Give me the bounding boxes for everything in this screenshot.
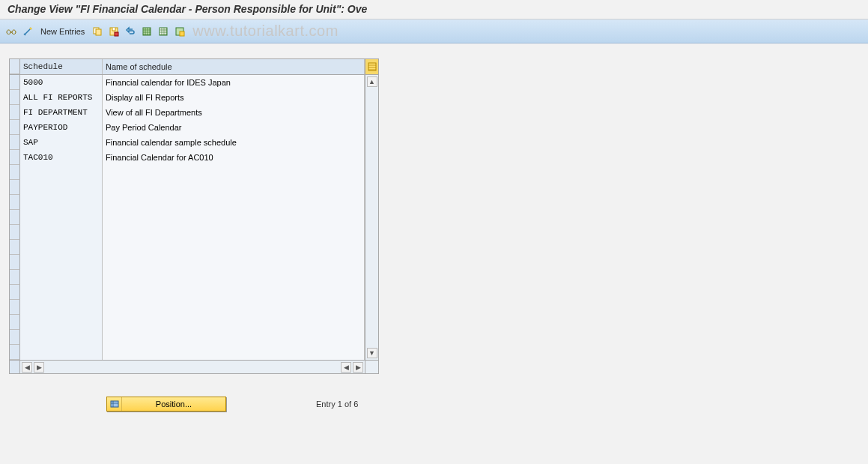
cell-schedule[interactable]: ALL FI REPORTS: [20, 90, 103, 105]
cell-name[interactable]: [103, 315, 365, 330]
table-row-empty[interactable]: [10, 315, 365, 330]
scroll-left-start-icon[interactable]: ◀: [22, 362, 32, 373]
table-row-empty[interactable]: [10, 330, 365, 345]
copy-icon[interactable]: [91, 25, 104, 38]
table-row[interactable]: SAPFinancial calendar sample schedule: [10, 135, 365, 150]
cell-name[interactable]: Display all FI Reports: [103, 90, 365, 105]
cell-schedule[interactable]: [20, 300, 103, 315]
svg-rect-10: [111, 401, 118, 407]
hscroll-track[interactable]: ◀ ▶ ◀ ▶: [20, 362, 365, 373]
row-selector[interactable]: [10, 240, 20, 255]
row-selector[interactable]: [10, 270, 20, 285]
table-row-empty[interactable]: [10, 300, 365, 315]
row-selector[interactable]: [10, 345, 20, 360]
scroll-up-icon[interactable]: ▲: [367, 76, 377, 87]
table-row-empty[interactable]: [10, 195, 365, 210]
row-selector[interactable]: [10, 315, 20, 330]
row-selector[interactable]: [10, 135, 20, 150]
cell-name[interactable]: [103, 165, 365, 180]
cell-name[interactable]: [103, 285, 365, 300]
cell-name[interactable]: [103, 210, 365, 225]
row-selector[interactable]: [10, 300, 20, 315]
row-selector[interactable]: [10, 285, 20, 300]
table-row-empty[interactable]: [10, 270, 365, 285]
cell-name[interactable]: [103, 180, 365, 195]
cell-name[interactable]: [103, 270, 365, 285]
table-row[interactable]: TAC010Financial Calendar for AC010: [10, 150, 365, 165]
horizontal-scrollbar[interactable]: ◀ ▶ ◀ ▶: [10, 360, 378, 373]
save-variant-icon[interactable]: [107, 25, 121, 38]
table-row-empty[interactable]: [10, 285, 365, 300]
cell-name[interactable]: Pay Period Calendar: [103, 120, 365, 135]
select-columns-icon[interactable]: [365, 59, 378, 74]
cell-schedule[interactable]: 5000: [20, 75, 103, 90]
cell-schedule[interactable]: [20, 345, 103, 360]
vertical-scrollbar[interactable]: ▲ ▼: [365, 75, 378, 360]
position-button[interactable]: Position...: [106, 397, 226, 412]
cell-name[interactable]: [103, 345, 365, 360]
cell-schedule[interactable]: SAP: [20, 135, 103, 150]
table-row-empty[interactable]: [10, 165, 365, 180]
table-row-empty[interactable]: [10, 225, 365, 240]
cell-schedule[interactable]: [20, 180, 103, 195]
cell-schedule[interactable]: [20, 165, 103, 180]
table-row[interactable]: 5000Financial calendar for IDES Japan: [10, 75, 365, 90]
cell-schedule[interactable]: [20, 330, 103, 345]
table-row-empty[interactable]: [10, 345, 365, 360]
new-entries-button[interactable]: New Entries: [37, 27, 88, 36]
cell-name[interactable]: [103, 255, 365, 270]
cell-name[interactable]: [103, 195, 365, 210]
row-selector[interactable]: [10, 255, 20, 270]
cell-schedule[interactable]: [20, 210, 103, 225]
row-selector[interactable]: [10, 105, 20, 120]
deselect-all-icon[interactable]: [157, 25, 170, 38]
row-selector[interactable]: [10, 90, 20, 105]
cell-schedule[interactable]: [20, 195, 103, 210]
table-row[interactable]: PAYPERIODPay Period Calendar: [10, 120, 365, 135]
scroll-right-icon[interactable]: ◀: [341, 362, 351, 373]
cell-schedule[interactable]: [20, 255, 103, 270]
row-selector[interactable]: [10, 180, 20, 195]
scroll-right-end-icon[interactable]: ▶: [353, 362, 363, 373]
scroll-down-icon[interactable]: ▼: [367, 348, 377, 358]
cell-name[interactable]: View of all FI Departments: [103, 105, 365, 120]
header-row-selector[interactable]: [10, 59, 20, 74]
row-selector[interactable]: [10, 195, 20, 210]
cell-schedule[interactable]: PAYPERIOD: [20, 120, 103, 135]
cell-name[interactable]: [103, 240, 365, 255]
table-row-empty[interactable]: [10, 255, 365, 270]
row-selector[interactable]: [10, 165, 20, 180]
cell-schedule[interactable]: TAC010: [20, 150, 103, 165]
table-row-empty[interactable]: [10, 210, 365, 225]
cell-name[interactable]: Financial calendar for IDES Japan: [103, 75, 365, 90]
column-header-name[interactable]: Name of schedule: [103, 59, 365, 74]
cell-name[interactable]: [103, 330, 365, 345]
configure-icon[interactable]: [173, 25, 186, 38]
row-selector[interactable]: [10, 120, 20, 135]
undo-icon[interactable]: [124, 25, 137, 38]
cell-schedule[interactable]: [20, 270, 103, 285]
cell-schedule[interactable]: [20, 240, 103, 255]
table-row[interactable]: ALL FI REPORTSDisplay all FI Reports: [10, 90, 365, 105]
table-row-empty[interactable]: [10, 180, 365, 195]
column-header-schedule[interactable]: Schedule: [20, 59, 103, 74]
cell-schedule[interactable]: [20, 225, 103, 240]
row-selector[interactable]: [10, 330, 20, 345]
table-row-empty[interactable]: [10, 240, 365, 255]
cell-name[interactable]: Financial Calendar for AC010: [103, 150, 365, 165]
table-row[interactable]: FI DEPARTMENTView of all FI Departments: [10, 105, 365, 120]
cell-name[interactable]: [103, 300, 365, 315]
wand-icon[interactable]: [21, 25, 34, 38]
cell-schedule[interactable]: [20, 285, 103, 300]
row-selector[interactable]: [10, 75, 20, 90]
select-all-icon[interactable]: [140, 25, 154, 38]
cell-name[interactable]: Financial calendar sample schedule: [103, 135, 365, 150]
glasses-icon[interactable]: [4, 25, 18, 38]
row-selector[interactable]: [10, 225, 20, 240]
scroll-left-icon[interactable]: ▶: [34, 362, 44, 373]
cell-schedule[interactable]: FI DEPARTMENT: [20, 105, 103, 120]
cell-schedule[interactable]: [20, 315, 103, 330]
cell-name[interactable]: [103, 225, 365, 240]
row-selector[interactable]: [10, 150, 20, 165]
row-selector[interactable]: [10, 210, 20, 225]
